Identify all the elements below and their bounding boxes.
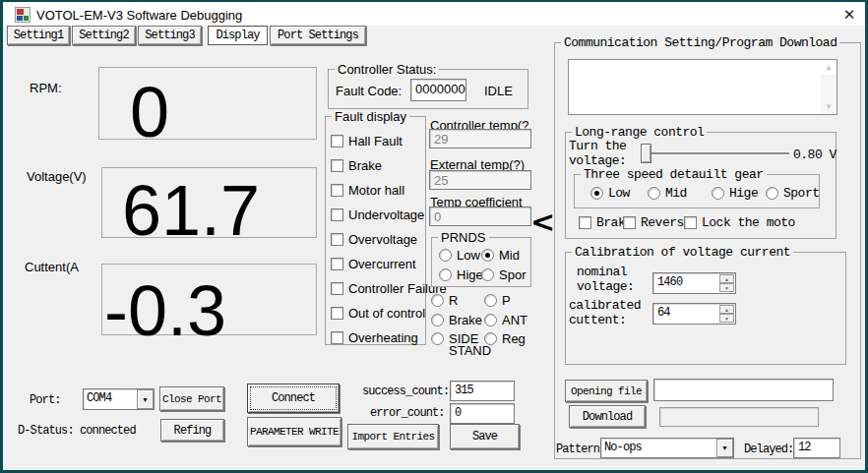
out-of-control-checkbox[interactable]: [331, 307, 343, 320]
download-progress: [659, 407, 819, 427]
voltage-slider-track[interactable]: [642, 152, 789, 154]
scroll-down-icon[interactable]: ▼: [821, 99, 837, 114]
chevron-down-icon[interactable]: ▼: [137, 389, 154, 409]
pattern-select[interactable]: No-ops ▼: [600, 438, 734, 458]
close-port-button[interactable]: Close Port: [159, 386, 224, 411]
overheating-checkbox[interactable]: [331, 331, 343, 344]
download-button[interactable]: Download: [569, 405, 646, 428]
tab-setting3[interactable]: Setting3: [138, 26, 202, 45]
voltage-slider-handle[interactable]: [641, 144, 651, 163]
tab-setting2[interactable]: Setting2: [72, 26, 136, 45]
overvoltage-checkbox[interactable]: [331, 233, 343, 246]
radio-label: Sport: [783, 186, 820, 201]
success-count-input[interactable]: 315: [450, 381, 515, 401]
voltage-slider-value: 0.80 V: [793, 148, 837, 162]
motor-hall-checkbox[interactable]: [331, 184, 343, 197]
port-select[interactable]: COM4 ▼: [83, 388, 155, 410]
connect-button[interactable]: Connect: [247, 384, 340, 413]
save-button[interactable]: Save: [450, 424, 520, 449]
scroll-up-icon[interactable]: ▲: [821, 60, 837, 75]
fault-display-title: Fault display: [332, 109, 409, 124]
controller-failure-checkbox[interactable]: [331, 282, 343, 295]
state-option-ant: ANT: [484, 313, 527, 327]
delayed-label: Delayed:: [744, 443, 793, 456]
prnds-title: PRNDS: [438, 230, 489, 245]
nominal-voltage-value[interactable]: 1460: [657, 275, 682, 289]
tab-port-settings[interactable]: Port Settings: [270, 26, 366, 45]
tab-setting1[interactable]: Setting1: [7, 26, 70, 45]
three-speed-title: Three speed detauilt gear: [581, 167, 767, 182]
chevron-left-icon: <: [530, 207, 555, 237]
brake-radio[interactable]: [431, 314, 444, 326]
radio-label: Mid: [499, 248, 520, 263]
comm-title: Communication Setting/Program Download: [561, 35, 839, 50]
voltage-label: Voltage(V): [27, 169, 87, 184]
radio-label: Hige: [729, 186, 758, 201]
state-option-r: R: [431, 293, 458, 308]
success-count-label: success_count:: [362, 384, 449, 398]
lock-motor-checkbox[interactable]: [684, 216, 697, 229]
speed-mid-radio[interactable]: [648, 187, 660, 200]
hall-fault-checkbox[interactable]: [331, 135, 343, 148]
checkbox-label: Lock the moto: [702, 215, 795, 230]
side-stand-radio[interactable]: [431, 332, 444, 345]
brake-fault-checkbox[interactable]: [331, 159, 343, 172]
overcurrent-checkbox[interactable]: [331, 258, 343, 270]
prnds-hige-radio[interactable]: [439, 268, 452, 281]
radio-label: Spor: [499, 267, 526, 282]
fault-item-hall: Hall Fault: [331, 134, 403, 148]
fault-item-label: Hall Fault: [348, 134, 403, 148]
p-radio[interactable]: [484, 294, 497, 307]
radio-label: Low: [608, 186, 630, 201]
state-option-p: P: [484, 293, 511, 308]
fault-code-input[interactable]: 00000000: [410, 79, 466, 101]
prnds-mid-radio[interactable]: [481, 249, 494, 262]
current-value: -0.3: [104, 279, 226, 342]
calibrated-current-value[interactable]: 64: [657, 306, 670, 320]
undervoltage-checkbox[interactable]: [331, 208, 343, 221]
parameter-write-button[interactable]: PARAMETER WRITE: [247, 417, 341, 446]
spin-up-icon[interactable]: ▲: [719, 274, 734, 283]
current-label: Cuttent(A: [25, 260, 79, 274]
error-count-input[interactable]: 0: [450, 403, 515, 424]
fault-item-label: Undervoltage: [348, 207, 424, 222]
delayed-input[interactable]: 12: [793, 438, 840, 458]
speed-low-radio[interactable]: [590, 187, 603, 200]
refing-button[interactable]: Refing: [160, 419, 224, 442]
radio-label: Low: [457, 248, 480, 263]
fault-item-controller-failure: Controller Failure: [331, 281, 447, 296]
ant-radio[interactable]: [484, 314, 497, 326]
speed-sport-radio[interactable]: [766, 187, 778, 200]
comm-log[interactable]: [568, 59, 837, 115]
speed-hige-radio[interactable]: [712, 187, 724, 200]
controller-temp-input: 29: [429, 129, 531, 148]
three-speed-hige: Hige: [712, 186, 758, 201]
spin-up-icon[interactable]: ▲: [719, 305, 734, 314]
fault-item-label: Overheating: [348, 330, 418, 345]
comm-log-scrollbar[interactable]: ▲ ▼: [821, 60, 837, 114]
chevron-down-icon[interactable]: ▼: [716, 439, 733, 457]
prnds-option-spor: Spor: [481, 267, 526, 282]
pattern-value: No-ops: [601, 439, 716, 457]
port-label: Port:: [30, 393, 61, 407]
brake-checkbox[interactable]: [579, 216, 591, 229]
turn-voltage-label: Turn the voltage:: [569, 139, 638, 168]
calibrated-current-stepper[interactable]: 64 ▲▼: [652, 303, 736, 325]
app-window: VOTOL-EM-V3 Software Debugging ✕ Setting…: [0, 0, 868, 473]
fault-item-overvoltage: Overvoltage: [331, 232, 417, 247]
nominal-voltage-stepper[interactable]: 1460 ▲▼: [652, 272, 736, 294]
lock-motor-option: Lock the moto: [684, 215, 795, 230]
reverse-checkbox[interactable]: [623, 216, 636, 229]
close-icon[interactable]: ✕: [839, 6, 859, 24]
spin-down-icon[interactable]: ▼: [719, 314, 734, 323]
opening-file-button[interactable]: Opening file: [565, 380, 648, 402]
r-radio[interactable]: [431, 294, 444, 307]
opening-file-input[interactable]: [653, 379, 834, 401]
state-option-brake: Brake: [431, 313, 482, 327]
prnds-low-radio[interactable]: [439, 249, 452, 262]
fault-item-out-of-control: Out of control: [331, 306, 425, 321]
tab-display[interactable]: Display: [208, 26, 268, 45]
import-entries-button[interactable]: Import Entries: [347, 424, 439, 449]
prnds-sport-radio[interactable]: [481, 268, 494, 281]
spin-down-icon[interactable]: ▼: [719, 283, 734, 292]
